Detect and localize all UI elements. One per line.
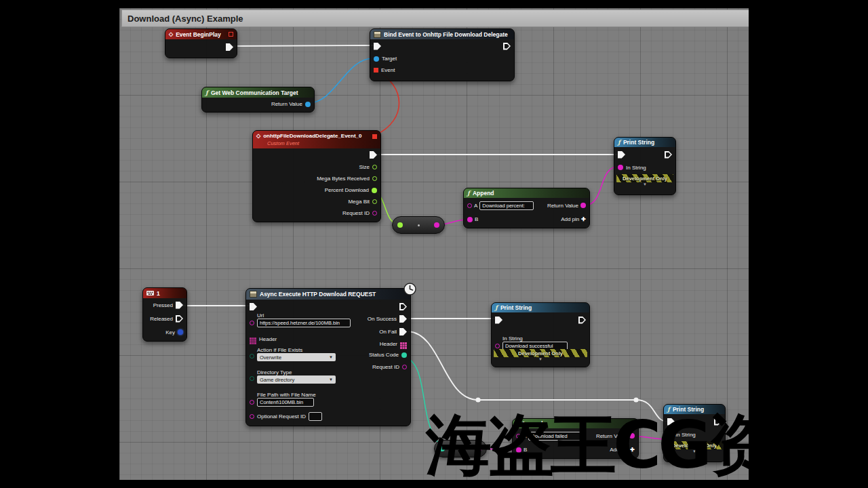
request-id-out-pin[interactable] [402,365,407,369]
conv-in-pin[interactable] [397,222,403,228]
node-custom-event[interactable]: ◇ onhttpFileDownloadDelegate_Event_0 Cus… [252,130,381,222]
url-field[interactable]: https://speed.hetzner.de/100MB.bin [257,319,351,327]
exec-in-pin[interactable] [495,317,502,324]
wire-exec-beginplay-bind [229,45,374,46]
pin-label: Event [381,67,395,73]
exec-out-pin[interactable] [226,43,233,51]
node-bind-event[interactable]: Bind Event to Onhttp File Download Deleg… [370,28,515,81]
collapse-chevron-icon[interactable]: ▼ [614,182,675,187]
node-to-string-conversion[interactable] [392,216,445,234]
return-value-pin[interactable] [580,203,586,208]
exec-in-pin[interactable] [618,151,625,159]
released-pin[interactable] [176,315,183,323]
size-pin[interactable] [372,165,377,169]
a-value-field[interactable]: Download percent: [479,201,534,210]
exec-out-pin[interactable] [399,303,407,310]
action-dropdown[interactable]: Overwrite ▼ [257,353,336,361]
url-pin[interactable] [250,321,254,325]
optional-request-id-pin[interactable] [250,414,254,419]
exec-out-pin[interactable] [503,43,511,50]
function-icon: ƒ [205,89,208,96]
action-if-file-exists-pin[interactable] [250,354,254,359]
add-pin-icon[interactable]: ✚ [581,216,586,222]
pin-label: Action if File Exists [257,347,336,353]
pin-label: Mega Bit [348,199,370,205]
pin-label: In String [502,336,568,342]
return-value-pin[interactable] [305,102,311,107]
node-append-percent[interactable]: ƒ Append A Download percent: Return Valu… [463,188,590,228]
async-clock-icon [403,283,416,296]
header-out-map-pin[interactable] [400,342,402,344]
node-title: Print String [623,139,654,146]
event-delegate-pin[interactable] [374,68,378,73]
on-fail-pin[interactable] [399,328,407,336]
pin-label: Released [150,316,173,322]
reroute-node[interactable] [633,397,638,402]
on-success-pin[interactable] [399,315,407,323]
node-key-1-event[interactable]: 1 Pressed Released Key [142,287,187,342]
percent-download-pin[interactable] [372,188,377,193]
function-icon: ƒ [467,190,470,197]
exec-out-pin[interactable] [665,151,672,159]
status-code-pin[interactable] [401,352,407,358]
comment-node-header[interactable]: Download (Async) Example [121,9,749,27]
in-string-pin[interactable] [618,165,623,170]
pin-label: A [474,203,477,209]
pin-label: Mega Bytes Received [317,176,370,182]
pin-label: File Path with File Name [257,392,316,398]
node-title: onhttpFileDownloadDelegate_Event_0 [263,133,361,139]
conv-out-pin[interactable] [434,222,439,228]
event-diamond-icon: ◇ [256,133,260,139]
pin-label: Header [259,336,277,342]
header-map-pin[interactable] [250,338,252,340]
pin-label: In String [626,165,646,171]
wire-object-target [309,58,373,103]
keyboard-icon [146,291,154,296]
in-string-pin[interactable] [495,344,500,348]
optional-request-id-field[interactable] [309,412,322,421]
node-print-string-success[interactable]: ƒ Print String In String Download succes… [491,302,590,367]
node-get-web-communication-target[interactable]: ƒ Get Web Communication Target Return Va… [201,87,315,113]
file-path-field[interactable]: Content\100MB.bin [257,398,314,407]
a-pin[interactable] [467,203,472,208]
event-diamond-icon: ◇ [169,31,173,37]
exec-in-pin[interactable] [374,43,381,50]
exec-in-pin[interactable] [250,303,257,310]
function-icon: ƒ [618,139,620,146]
mega-bit-pin[interactable] [372,199,377,204]
collapse-chevron-icon[interactable]: ▼ [492,357,589,362]
pin-label: Optional Request ID [257,413,306,420]
node-event-beginplay[interactable]: ◇ Event BeginPlay [165,28,237,58]
reroute-node[interactable] [475,397,480,402]
pin-label: Request ID [372,364,399,370]
b-pin[interactable] [467,217,473,222]
comment-title: Download (Async) Example [127,14,243,24]
node-async-http-download[interactable]: Async Execute HTTP Download REQUEST Url … [245,288,411,426]
node-print-string-percent[interactable]: ƒ Print String In String Development Onl… [614,137,676,195]
bind-node-icon [374,31,381,38]
node-title: Get Web Communication Target [211,89,298,96]
exec-out-pin[interactable] [370,151,377,159]
target-pin[interactable] [374,56,379,62]
pin-label: On Success [368,316,397,322]
pin-label: On Fail [379,329,397,335]
development-only-banner: Development Only [494,349,587,357]
node-title: Async Execute HTTP Download REQUEST [260,291,376,298]
key-pin[interactable] [178,329,183,335]
exec-out-pin[interactable] [578,317,586,324]
blueprint-graph[interactable]: Download (Async) Example ◇ Event BeginPl… [119,8,749,480]
request-id-pin[interactable] [372,211,377,216]
development-only-banner: Development Only [616,174,673,182]
pin-label: B [475,216,478,222]
node-subtitle: Custom Event [267,140,377,146]
dropdown-arrow-icon: ▼ [329,378,333,382]
file-path-pin[interactable] [250,400,254,405]
delegate-pin[interactable] [372,134,377,139]
node-title: Append [473,190,494,197]
delegate-pin[interactable] [229,32,233,37]
directory-type-pin[interactable] [250,376,254,381]
directory-dropdown[interactable]: Game directory ▼ [257,375,336,384]
pressed-pin[interactable] [176,302,183,309]
mega-bytes-received-pin[interactable] [372,176,377,181]
pin-label: Pressed [153,302,173,308]
